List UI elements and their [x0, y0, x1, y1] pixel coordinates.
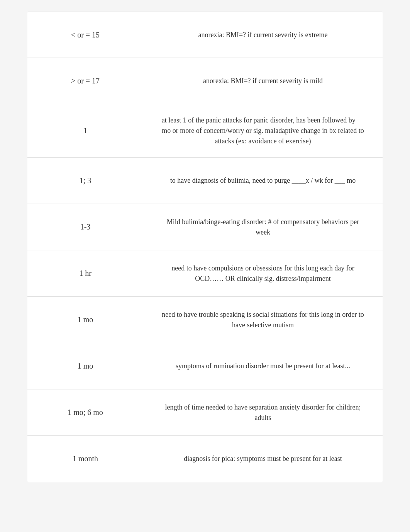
- cell-left-value: 1; 3: [27, 165, 143, 196]
- table-row: 1; 3to have diagnosis of bulimia, need t…: [27, 158, 383, 204]
- cell-left-value: 1 mo: [27, 351, 143, 381]
- table-row: < or = 15anorexia: BMI=? if current seve…: [27, 12, 383, 58]
- cell-right-description: Mild bulimia/binge-eating disorder: # of…: [143, 206, 383, 248]
- table-row: 1 mo; 6 molength of time needed to have …: [27, 389, 383, 436]
- table-row: > or = 17anorexia: BMI=? if current seve…: [27, 58, 383, 104]
- cell-right-description: symptoms of rumination disorder must be …: [143, 350, 383, 382]
- cell-left-value: < or = 15: [27, 20, 143, 50]
- cell-right-description: need to have trouble speaking is social …: [143, 299, 383, 341]
- cell-right-description: length of time needed to have separation…: [143, 391, 383, 434]
- table-row: 1-3Mild bulimia/binge-eating disorder: #…: [27, 204, 383, 250]
- table-row: 1 monthdiagnosis for pica: symptoms must…: [27, 436, 383, 482]
- cell-left-value: 1: [27, 116, 143, 146]
- cell-right-description: diagnosis for pica: symptoms must be pre…: [143, 443, 383, 475]
- cell-left-value: 1 hr: [27, 258, 143, 289]
- table-row: 1at least 1 of the panic attacks for pan…: [27, 104, 383, 158]
- table-row: 1 hrneed to have compulsions or obsessio…: [27, 250, 383, 297]
- cell-right-description: anorexia: BMI=? if current severity is m…: [143, 65, 383, 97]
- cell-right-description: at least 1 of the panic attacks for pani…: [143, 104, 383, 157]
- cell-left-value: > or = 17: [27, 66, 143, 96]
- cell-left-value: 1 mo: [27, 304, 143, 335]
- table-row: 1 mosymptoms of rumination disorder must…: [27, 343, 383, 389]
- cell-right-description: to have diagnosis of bulimia, need to pu…: [143, 165, 383, 197]
- cell-left-value: 1 mo; 6 mo: [27, 397, 143, 428]
- cell-left-value: 1-3: [27, 212, 143, 242]
- cell-left-value: 1 month: [27, 444, 143, 474]
- table-row: 1 moneed to have trouble speaking is soc…: [27, 297, 383, 343]
- cell-right-description: need to have compulsions or obsessions f…: [143, 252, 383, 295]
- cell-right-description: anorexia: BMI=? if current severity is e…: [143, 19, 383, 51]
- main-table: < or = 15anorexia: BMI=? if current seve…: [27, 12, 383, 482]
